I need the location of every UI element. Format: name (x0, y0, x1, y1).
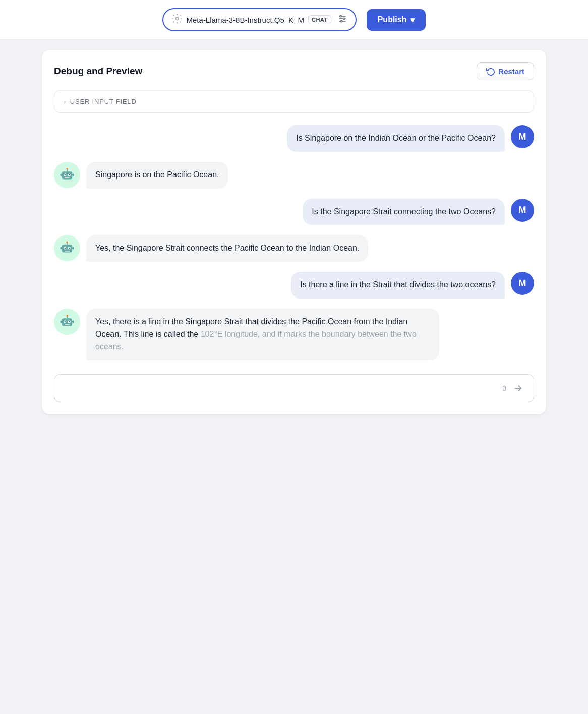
message-text: Yes, the Singapore Strait connects the P… (95, 244, 359, 252)
svg-point-24 (66, 242, 68, 243)
svg-point-21 (69, 248, 70, 249)
main-panel: Debug and Preview Restart › USER INPUT F… (42, 50, 546, 414)
restart-icon (486, 67, 495, 76)
message-text: Singapore is on the Pacific Ocean. (95, 170, 219, 179)
publish-button[interactable]: Publish ▾ (367, 9, 426, 31)
message-bubble: Yes, the Singapore Strait connects the P… (86, 235, 368, 262)
message-bubble: Singapore is on the Pacific Ocean. (86, 162, 228, 189)
message-bubble: Yes, there is a line in the Singapore St… (86, 309, 439, 360)
svg-point-11 (69, 174, 70, 176)
message-text: Is the Singapore Strait connecting the t… (312, 207, 496, 216)
bot-avatar (54, 162, 80, 188)
svg-point-0 (175, 17, 179, 20)
message-text: Is Singapore on the Indian Ocean or the … (296, 134, 496, 142)
settings-sliders-icon[interactable] (337, 14, 347, 26)
chat-area: M Is Singapore on the Indian Ocean or th… (54, 125, 534, 368)
message-row: Yes, there is a line in the Singapore St… (54, 309, 534, 360)
svg-rect-26 (72, 247, 74, 250)
bot-avatar (54, 235, 80, 261)
top-bar: Meta-Llama-3-8B-Instruct.Q5_K_M CHAT Pub… (0, 0, 588, 40)
message-text: Is there a line in the Strait that divid… (300, 280, 496, 289)
model-selector[interactable]: Meta-Llama-3-8B-Instruct.Q5_K_M CHAT (162, 8, 357, 31)
chat-input[interactable] (63, 384, 492, 393)
publish-chevron-icon: ▾ (410, 15, 415, 25)
svg-rect-12 (65, 177, 70, 178)
user-avatar-label: M (519, 132, 526, 142)
message-bubble: Is there a line in the Strait that divid… (291, 272, 505, 299)
svg-rect-32 (65, 324, 70, 325)
svg-point-4 (340, 15, 341, 17)
send-button[interactable] (510, 381, 525, 396)
svg-rect-35 (60, 320, 62, 323)
debug-header: Debug and Preview Restart (54, 62, 534, 80)
message-row: M Is Singapore on the Indian Ocean or th… (54, 125, 534, 152)
char-count: 0 (496, 384, 506, 392)
restart-label: Restart (498, 67, 524, 76)
svg-point-6 (340, 20, 342, 22)
publish-label: Publish (378, 15, 407, 24)
model-name-label: Meta-Llama-3-8B-Instruct.Q5_K_M (187, 16, 304, 24)
message-row: M Is the Singapore Strait connecting the… (54, 199, 534, 225)
debug-title: Debug and Preview (54, 66, 142, 77)
user-input-field-label: USER INPUT FIELD (70, 98, 137, 105)
bot-avatar (54, 309, 80, 335)
svg-point-10 (64, 174, 66, 176)
svg-rect-16 (72, 173, 74, 176)
svg-point-30 (64, 321, 66, 323)
svg-rect-15 (60, 173, 62, 176)
message-row: Yes, the Singapore Strait connects the P… (54, 235, 534, 262)
message-bubble: Is Singapore on the Indian Ocean or the … (287, 125, 505, 152)
message-row: M Is there a line in the Strait that div… (54, 272, 534, 299)
svg-point-20 (64, 248, 66, 249)
model-icon (171, 13, 183, 26)
message-bubble: Is the Singapore Strait connecting the t… (303, 199, 505, 225)
user-input-field-bar[interactable]: › USER INPUT FIELD (54, 90, 534, 113)
user-avatar: M (511, 125, 534, 148)
svg-point-14 (66, 168, 68, 169)
user-avatar: M (511, 199, 534, 222)
chevron-right-icon: › (64, 98, 66, 105)
svg-rect-36 (72, 320, 74, 323)
svg-point-34 (66, 315, 68, 316)
svg-point-31 (69, 321, 70, 323)
svg-point-5 (343, 18, 344, 19)
user-avatar-label: M (519, 278, 526, 289)
user-avatar: M (511, 272, 534, 295)
message-row: Singapore is on the Pacific Ocean. (54, 162, 534, 189)
chat-input-row: 0 (54, 374, 534, 402)
user-avatar-label: M (519, 205, 526, 215)
send-icon (512, 383, 523, 394)
chat-badge: CHAT (308, 15, 331, 24)
svg-rect-25 (60, 247, 62, 250)
svg-rect-22 (65, 251, 70, 252)
restart-button[interactable]: Restart (477, 62, 534, 80)
